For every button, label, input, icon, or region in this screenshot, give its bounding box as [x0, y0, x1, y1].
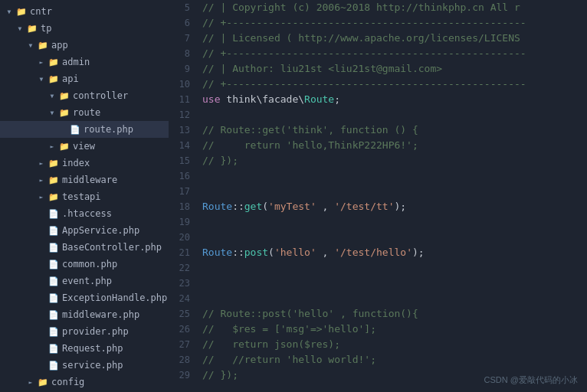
code-token: // | Author: liu21st <liu21st@gmail.com>	[202, 61, 442, 77]
tree-item-config[interactable]: ►📁config	[0, 374, 169, 390]
file-icon: 📄	[69, 123, 81, 136]
tree-item-route.php[interactable]: 📄route.php	[0, 121, 169, 138]
tree-item-label: BaseController.php	[62, 242, 162, 253]
arrow-icon: ►	[35, 191, 48, 203]
tree-item-label: Request.php	[62, 343, 123, 354]
code-line: // | Copyright (c) 2006~2018 http://thin…	[202, 0, 587, 15]
arrow-icon: ►	[35, 157, 48, 169]
code-line	[202, 184, 587, 199]
code-token: );	[412, 245, 425, 260]
code-token: // | Licensed ( http://www.apache.org/li…	[202, 31, 520, 46]
arrow-icon: ►	[46, 140, 58, 152]
code-line	[202, 168, 587, 184]
tree-item-route[interactable]: ▼📁route	[0, 104, 169, 121]
tree-item-label: .htaccess	[62, 208, 112, 219]
code-line: // //return 'hello world!';	[202, 352, 587, 368]
code-line	[202, 107, 587, 122]
arrow-icon: ►	[25, 376, 37, 388]
tree-item-label: app	[51, 40, 68, 51]
code-token: );	[395, 199, 407, 214]
tree-item-service.php[interactable]: 📄service.php	[0, 357, 169, 374]
tree-item-middleware[interactable]: ►📁middleware	[0, 172, 169, 188]
code-token: post	[244, 245, 268, 260]
file-icon: 📄	[48, 309, 60, 321]
code-line	[202, 260, 587, 276]
code-token: // +------------------------------------…	[202, 46, 526, 61]
arrow-icon: ▼	[25, 39, 37, 51]
tree-item-index[interactable]: ►📁index	[0, 155, 169, 172]
tree-item-provider.php[interactable]: 📄provider.php	[0, 323, 169, 340]
tree-item-AppService.php[interactable]: 📄AppService.php	[0, 222, 169, 239]
tree-item-label: service.php	[62, 360, 123, 371]
arrow-icon: ▼	[14, 22, 26, 34]
code-token: ;	[334, 92, 340, 107]
arrow-icon: ▼	[46, 90, 58, 102]
tree-item-ExceptionHandle.php[interactable]: 📄ExceptionHandle.php	[0, 289, 169, 306]
tree-item-controller[interactable]: ▼📁controller	[0, 87, 169, 104]
tree-item-view[interactable]: ►📁view	[0, 138, 169, 155]
line-number: 21	[169, 245, 190, 260]
line-number: 19	[169, 214, 190, 230]
code-line: // $res = ['msg'=>'hello'];	[202, 322, 587, 337]
tree-item-label: provider.php	[62, 326, 129, 337]
code-token: // return json($res);	[202, 337, 340, 352]
tree-item-admin[interactable]: ►📁admin	[0, 54, 169, 70]
tree-item-tp[interactable]: ▼📁tp	[0, 20, 169, 37]
code-token: (	[262, 199, 268, 214]
file-icon: 📄	[48, 241, 60, 253]
file-spacer	[35, 207, 48, 220]
code-token: // +------------------------------------…	[202, 77, 526, 92]
file-icon: 📄	[48, 207, 60, 220]
code-token: 'myTest'	[268, 199, 316, 214]
file-icon: 📄	[48, 224, 60, 237]
arrow-icon: ▼	[35, 73, 48, 85]
code-token: get	[244, 199, 262, 214]
tree-item-cntr[interactable]: ▼📁cntr	[0, 3, 169, 20]
folder-icon: 📁	[15, 5, 28, 18]
code-token: // });	[202, 368, 238, 383]
code-line: // Route::get('think', function () {	[202, 122, 587, 138]
line-number: 22	[169, 260, 190, 276]
tree-item-label: api	[62, 74, 79, 84]
code-token: Route	[304, 92, 334, 107]
tree-item-label: ExceptionHandle.php	[62, 292, 167, 303]
folder-icon: 📁	[58, 140, 71, 152]
tree-item-common.php[interactable]: 📄common.php	[0, 256, 169, 273]
line-number: 29	[169, 368, 190, 383]
folder-icon: 📁	[37, 39, 49, 51]
code-token: 'hello'	[274, 245, 316, 260]
tree-item-app[interactable]: ▼📁app	[0, 37, 169, 54]
folder-icon: 📁	[37, 376, 49, 388]
tree-item-event.php[interactable]: 📄event.php	[0, 273, 169, 289]
code-line: use think\facade\Route;	[202, 92, 587, 107]
code-token: // | Copyright (c) 2006~2018 http://thin…	[202, 0, 520, 15]
folder-icon: 📁	[48, 73, 60, 85]
code-line: Route::post('hello' , '/test/hello');	[202, 245, 587, 260]
code-line	[202, 276, 587, 291]
tree-item-label: AppService.php	[62, 225, 139, 236]
tree-item-label: index	[62, 158, 90, 168]
tree-item-testapi[interactable]: ►📁testapi	[0, 188, 169, 205]
line-number: 20	[169, 230, 190, 245]
file-spacer	[35, 292, 48, 304]
code-token: '/test/tt'	[334, 199, 394, 214]
tree-item-BaseController.php[interactable]: 📄BaseController.php	[0, 239, 169, 256]
line-number: 15	[169, 153, 190, 168]
line-number: 6	[169, 15, 190, 31]
folder-icon: 📁	[48, 174, 60, 186]
tree-item-.htaccess[interactable]: 📄.htaccess	[0, 205, 169, 222]
line-number: 5	[169, 0, 190, 15]
code-line: // | Author: liu21st <liu21st@gmail.com>	[202, 61, 587, 77]
file-icon: 📄	[48, 258, 60, 270]
tree-item-label: view	[73, 141, 95, 152]
file-spacer	[35, 325, 48, 338]
tree-item-Request.php[interactable]: 📄Request.php	[0, 340, 169, 357]
tree-item-label: testapi	[62, 191, 101, 202]
code-token: (	[268, 245, 274, 260]
line-number: 16	[169, 168, 190, 184]
folder-icon: 📁	[48, 56, 60, 68]
tree-item-api[interactable]: ▼📁api	[0, 70, 169, 87]
tree-item-middleware.php[interactable]: 📄middleware.php	[0, 306, 169, 323]
code-token: // $res = ['msg'=>'hello'];	[202, 322, 376, 337]
file-spacer	[35, 241, 48, 253]
